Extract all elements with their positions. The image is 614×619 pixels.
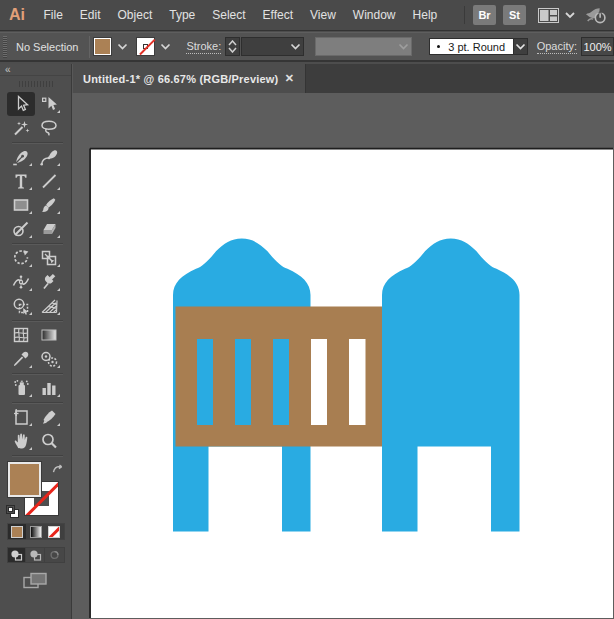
tool-zoom[interactable] (35, 429, 63, 453)
menu-item-file[interactable]: File (35, 0, 71, 30)
tool-column-graph[interactable] (35, 376, 63, 400)
tool-eyedropper[interactable] (7, 347, 35, 371)
stroke-weight-combo[interactable] (241, 37, 304, 56)
tool-width[interactable] (7, 270, 35, 294)
opacity-label[interactable]: Opacity: (537, 40, 577, 54)
gpu-performance-icon[interactable] (585, 6, 607, 25)
app-logo[interactable]: Ai (0, 6, 35, 24)
flyout-indicator (57, 110, 60, 113)
none-button[interactable] (45, 524, 64, 539)
drawing-mode-buttons (7, 547, 65, 563)
tool-lasso[interactable] (35, 116, 63, 140)
tool-paintbrush[interactable] (35, 193, 63, 217)
menu-item-effect[interactable]: Effect (254, 0, 301, 30)
workspace-switcher-button[interactable] (538, 8, 576, 23)
default-fill-stroke-icon[interactable] (5, 504, 21, 519)
screen-mode-button[interactable] (4, 572, 68, 590)
stroke-weight-label[interactable]: Stroke: (186, 40, 221, 54)
menu-item-object[interactable]: Object (109, 0, 161, 30)
tool-scale[interactable] (35, 246, 63, 270)
brush-definition-dropdown[interactable] (514, 38, 528, 55)
stroke-color-dropdown[interactable] (157, 38, 174, 56)
control-bar-grip[interactable] (0, 33, 9, 60)
menu-item-type[interactable]: Type (161, 0, 204, 30)
tool-selection[interactable] (7, 92, 35, 116)
flyout-indicator (57, 264, 60, 267)
draw-behind-button[interactable] (26, 548, 45, 562)
tool-perspective-grid[interactable] (35, 294, 63, 318)
stock-button[interactable]: St (503, 5, 526, 25)
flyout-indicator (57, 394, 60, 397)
paintbrush-icon (39, 195, 59, 215)
stroke-color-swatch[interactable] (137, 38, 154, 55)
color-button[interactable] (8, 524, 27, 539)
swap-fill-stroke-icon[interactable] (51, 464, 65, 477)
tool-direct-selection[interactable] (35, 92, 63, 116)
puppet-warp-icon (39, 272, 59, 292)
draw-normal-button[interactable] (8, 548, 27, 562)
tool-group-divider (12, 243, 63, 244)
tool-curvature[interactable] (35, 145, 63, 169)
fill-proxy-swatch[interactable] (8, 462, 41, 497)
flyout-indicator (57, 235, 60, 238)
bridge-button[interactable]: Br (473, 5, 496, 25)
chevron-down-icon (564, 11, 576, 19)
document-tab[interactable]: Untitled-1* @ 66.67% (RGB/Preview) ✕ (73, 64, 306, 93)
brush-definition-value: 3 pt. Round (448, 41, 505, 53)
menu-item-view[interactable]: View (302, 0, 345, 30)
brush-definition-combo[interactable]: 3 pt. Round (429, 38, 514, 55)
draw-inside-button[interactable] (45, 548, 64, 562)
tab-close-icon[interactable]: ✕ (285, 72, 294, 85)
collapse-panel-button[interactable]: « (5, 64, 10, 75)
tool-shape-builder[interactable] (7, 294, 35, 318)
eyedropper-icon (11, 349, 31, 369)
canvas[interactable] (72, 93, 614, 619)
perspective-grid-icon (39, 296, 59, 316)
variable-width-profile-combo[interactable] (315, 37, 412, 56)
tool-puppet-warp[interactable] (35, 270, 63, 294)
flyout-indicator (29, 264, 32, 267)
tool-magic-wand[interactable] (7, 116, 35, 140)
flyout-indicator (57, 312, 60, 315)
tool-hand[interactable] (7, 429, 35, 453)
menu-item-select[interactable]: Select (204, 0, 254, 30)
menu-item-help[interactable]: Help (404, 0, 446, 30)
tool-gradient[interactable] (35, 323, 63, 347)
tool-rectangle[interactable] (7, 193, 35, 217)
tool-group-divider (12, 402, 63, 403)
tool-line-segment[interactable] (35, 169, 63, 193)
document-tab-title: Untitled-1* @ 66.67% (RGB/Preview) (83, 73, 278, 85)
document-area: Untitled-1* @ 66.67% (RGB/Preview) ✕ (72, 64, 614, 619)
opacity-value[interactable]: 100% (581, 37, 614, 56)
flyout-indicator (29, 394, 32, 397)
tool-type[interactable] (7, 169, 35, 193)
blend-icon (39, 349, 59, 369)
flyout-indicator (29, 447, 32, 450)
gradient-button[interactable] (26, 524, 45, 539)
tool-group-divider (12, 373, 63, 374)
tool-mesh[interactable] (7, 323, 35, 347)
zoom-icon (39, 431, 59, 451)
flyout-indicator (29, 211, 32, 214)
width-icon (11, 272, 31, 292)
column-graph-icon (39, 378, 59, 398)
tool-blend[interactable] (35, 347, 63, 371)
tool-slice[interactable] (35, 405, 63, 429)
menu-bar: Ai FileEditObjectTypeSelectEffectViewWin… (0, 0, 614, 31)
artboard[interactable] (91, 150, 613, 619)
tool-panel-grip[interactable] (0, 76, 71, 92)
divider (89, 36, 90, 58)
menu-item-window[interactable]: Window (344, 0, 404, 30)
tool-eraser[interactable] (35, 217, 63, 241)
tool-rotate[interactable] (7, 246, 35, 270)
tool-pen[interactable] (7, 145, 35, 169)
fill-color-dropdown[interactable] (114, 38, 131, 56)
fill-color-swatch[interactable] (94, 38, 111, 55)
tool-artboard[interactable] (7, 405, 35, 429)
tool-symbol-sprayer[interactable] (7, 376, 35, 400)
tool-shaper[interactable] (7, 217, 35, 241)
menu-bar-right: Br St (462, 0, 614, 30)
stroke-weight-stepper[interactable] (225, 37, 240, 56)
type-icon (11, 171, 31, 191)
menu-item-edit[interactable]: Edit (71, 0, 109, 30)
